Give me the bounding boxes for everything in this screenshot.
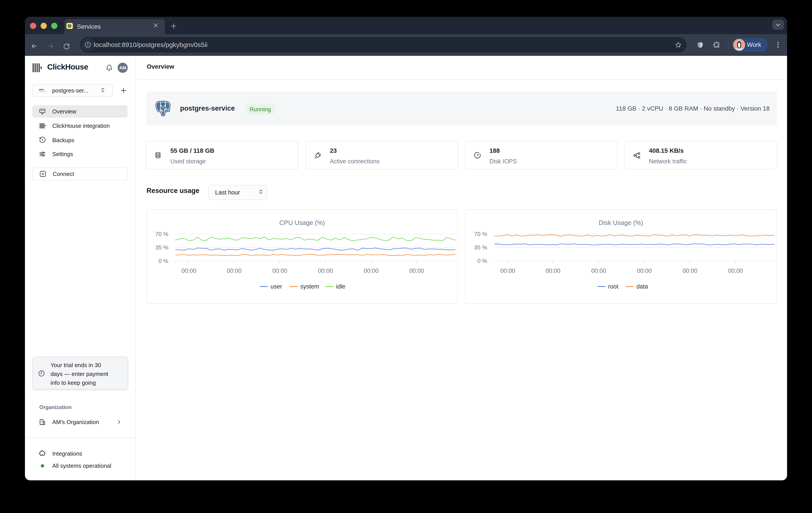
svg-text:00:00: 00:00: [683, 267, 697, 274]
svg-text:data: data: [636, 283, 648, 290]
svg-text:0 %: 0 %: [477, 258, 487, 264]
svg-text:idle: idle: [336, 283, 345, 290]
svg-text:00:00: 00:00: [591, 267, 606, 274]
svg-text:00:00: 00:00: [728, 267, 743, 274]
svg-text:root: root: [608, 283, 618, 290]
svg-text:70 %: 70 %: [474, 231, 487, 237]
svg-text:00:00: 00:00: [546, 267, 560, 274]
svg-text:00:00: 00:00: [181, 267, 196, 274]
svg-text:00:00: 00:00: [500, 267, 515, 274]
svg-text:35 %: 35 %: [474, 244, 487, 251]
svg-text:35 %: 35 %: [155, 244, 168, 251]
svg-text:system: system: [300, 283, 319, 290]
svg-text:user: user: [270, 283, 282, 290]
svg-text:00:00: 00:00: [318, 267, 333, 274]
svg-text:0 %: 0 %: [158, 258, 168, 264]
svg-text:00:00: 00:00: [409, 267, 424, 274]
svg-text:aws: aws: [39, 88, 44, 91]
svg-text:00:00: 00:00: [272, 267, 287, 274]
svg-text:00:00: 00:00: [637, 267, 652, 274]
svg-text:00:00: 00:00: [227, 267, 242, 274]
svg-text:00:00: 00:00: [364, 267, 379, 274]
svg-text:70 %: 70 %: [155, 231, 168, 237]
